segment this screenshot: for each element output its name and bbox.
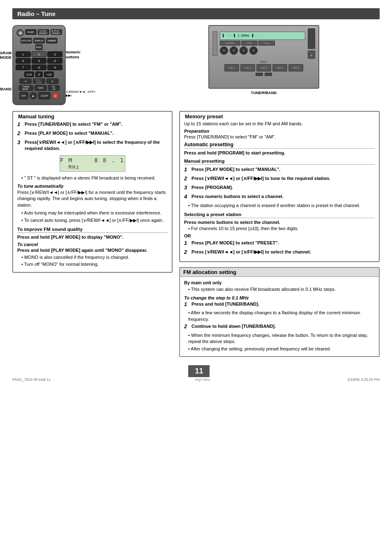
cd-btn: CD+·B [48,85,60,91]
prep-heading: Preparation [184,129,375,134]
auto-tune-bullet-2: To cancel auto tuning, press [∨/REW/I◄◄]… [21,217,168,223]
select-step-2-text: Press [∨/REW/I◄◄] or [∧/FF/▶▶I] to selec… [191,249,311,255]
to-cancel-heading: To cancel [17,242,168,247]
cd3-tray: CD 3 [256,64,271,71]
preset-step4-bullet: The station occupying a channel is erase… [188,203,375,209]
auto-off-btn: AUTO OFF [21,38,32,44]
rogram-label: ROGRAM [0,51,12,55]
change-step-heading: To change the step to 0.1 MHz [184,295,375,300]
play-mode-btn: PLAYMODE [33,78,45,84]
preset-step-4-text: Press numeric buttons to select a channe… [191,193,284,200]
manual-step-1: 1 Press [TUNER/BAND] to select "FM" or "… [17,121,168,128]
manual-presetting-title: Manual presetting [184,159,375,165]
improve-fm-text: Press and hold [PLAY MODE] to display "M… [17,235,168,240]
auto-tune-text: Press [∨/REW/I◄◄] or [∧/FF/▶▶I] for a mo… [17,189,168,208]
num-7: 7 [16,64,31,70]
cd2-tray: CD 2 [240,64,255,71]
preset-step-2-text: Press [∨/REW/I◄◄] or [∧/FF/▶▶I] to tune … [191,175,330,182]
cd1-tray: CD 1 [224,64,239,71]
auto-presetting-text: Press and hold [PROGRAM] to start preset… [184,150,375,155]
auto-tune-bullet-1: Auto tuning may be interrupted when ther… [21,210,168,216]
memory-preset-content: Up to 15 stations each can be set in the… [180,120,379,261]
fm-step-2: 2 Continue to hold down [TUNER/BAND]. [184,323,375,330]
vrew-label: ∨/REW/I◄◄, ∧/FF/▶▶I [66,90,99,97]
manual-tuning-title: Manual tuning [16,113,57,120]
memory-preset-box: Memory preset Up to 15 stations each can… [179,111,380,262]
page-number: 11 [188,365,210,377]
power-icon: ⏻ [16,29,24,37]
prev-btn: ◄ [19,78,32,84]
selecting-title: Selecting a preset station [184,212,375,218]
memory-preset-intro: Up to 15 stations each can be set in the… [184,121,375,126]
fm-step-1: 1 Press and hold [TUNER/BAND]. [184,301,375,308]
disc-label: DISC [35,44,43,50]
fm-step-1-text: Press and hold [TUNER/BAND]. [191,301,259,307]
num-0: 0 [35,71,43,77]
clear-btn: CLEAR [38,92,51,99]
fm-step2-bullet-2: After changing the setting, previously p… [188,346,375,352]
preset-step-3-text: Press [PROGRAM]. [191,184,233,191]
right-sections: Memory preset Up to 15 stations each can… [179,111,380,357]
preset-step-4: 4 Press numeric buttons to select a chan… [184,193,375,200]
improve-fm-title: To improve FM sound quality [17,227,168,233]
fm-display-note: " ST " is displayed when a stereo FM bro… [21,175,168,181]
unit-circle-2: ⊙ [230,46,238,55]
num-8: 8 [32,64,47,70]
fm-display: F M 8 8 . 1 MHz [60,155,125,172]
fm-allocation-title: FM allocation setting [180,268,379,277]
preset-step-1-text: Press [PLAY MODE] to select "MANUAL". [191,166,280,173]
sleep-btn: SLEEP [25,29,37,35]
to-cancel-bullet-2: Turn off "MONO" for normal listening. [21,261,168,267]
num-2: 2 [32,51,47,57]
diagram-area: ROGRAM PLAY MODE Numericbuttons TUNER/BA… [12,25,380,105]
page-container: Radio – Tune ROGRAM PLAY MODE Numericbut… [12,8,380,382]
unit-circle-3: ⊙ [240,46,248,55]
auto-presetting-title: Automatic presetting [184,142,375,149]
tunerband-label: TUNER/BAND [0,87,12,91]
dimmer-btn: DIMMER [46,38,58,44]
num-1: 1 [16,51,31,57]
fm-allocation-content: By main unit only This system can also r… [180,277,379,356]
playmode-label: PLAY MODE [0,55,12,60]
select-step-1: 1 Press [PLAY MODE] to select "PRESET". [184,240,375,247]
manual-step-3-text: Press[∨/REW/I◄◄] or [∧/FF/▶▶I] to select… [25,139,168,152]
fm-alloc-intro-bullet: This system can also receive FM broadcas… [188,286,375,292]
play-btn: ▶ PLAYPRESET [51,29,62,35]
tape-btn: TAPE [35,85,47,91]
manual-step-1-text: Press [TUNER/BAND] to select "FM" or "AM… [25,121,122,127]
or-text: OR [184,233,375,238]
select-step-1-text: Press [PLAY MODE] to select "PRESET". [191,240,279,246]
main-sections: Manual tuning 1 Press [TUNER/BAND] to se… [12,111,380,357]
by-main-unit: By main unit only [184,280,375,285]
next-btn: ► [46,78,59,84]
fm-step2-bullet-1: When the minimum frequency changes, rele… [188,332,375,345]
selecting-bullet: For channels 10 to 15 press [≥10], then … [188,226,375,232]
manual-tuning-content: 1 Press [TUNER/BAND] to select "FM" or "… [13,120,172,272]
remote-control: ⏻ SLEEP CLOCKPRESET ▶ PLAYPRESET AUTO OF… [12,25,66,105]
auto-tune-heading: To tune automatically [17,184,168,189]
to-cancel-text: Press and hold [PLAY MODE] again until "… [17,248,168,253]
preset-step-2: 2 Press [∨/REW/I◄◄] or [∧/FF/▶▶I] to tun… [184,175,375,182]
num-5: 5 [32,58,47,64]
unit-diagram: ▐ ···· ▌ 1.300Hz ▐ · · · FM/BND STR CH·K… [148,25,380,105]
manual-tuning-section: Manual tuning 1 Press [TUNER/BAND] to se… [12,111,173,357]
preset-step-1: 1 Press [PLAY MODE] to select "MANUAL". [184,166,375,173]
numeric-grid: 1 2 3 4 5 6 7 8 9 [16,51,62,70]
fm-step1-bullet: After a few seconds the display changes … [188,310,375,322]
select-step-2: 2 Press [∨/REW/I◄◄] or [∧/FF/▶▶I] to sel… [184,249,375,256]
num-6: 6 [47,58,62,64]
to-cancel-bullet-1: MONO is also cancelled if the frequency … [21,254,168,260]
num-ge10: ≥10 [24,71,34,77]
manual-step-3: 3 Press[∨/REW/I◄◄] or [∧/FF/▶▶I] to sele… [17,139,168,152]
fm-display-text: F M 8 8 . 1 MHz [60,157,125,170]
manual-step-2-text: Press [PLAY MODE] to select "MANUAL". [25,130,113,136]
tunerband-unit-label: TUNER/BAND [251,90,277,95]
aux-btn: AUX [19,92,28,99]
manual-step-2: 2 Press [PLAY MODE] to select "MANUAL". [17,130,168,137]
unit-circle-1: ⊙ [220,46,228,55]
selecting-text: Press numeric buttons to select the chan… [184,220,375,225]
fm-allocation-box: FM allocation setting By main unit only … [179,267,380,357]
page-title: Radio – Tune [12,8,380,19]
up-btn: ▲ [30,92,37,99]
unit-device: ▐ ···· ▌ 1.300Hz ▐ · · · FM/BND STR CH·K… [208,25,319,89]
